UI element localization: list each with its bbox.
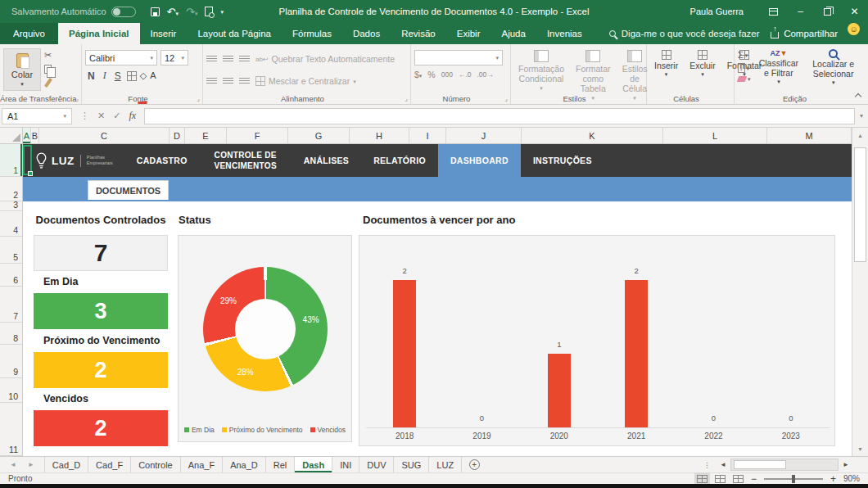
- row-header-7[interactable]: 7: [0, 287, 22, 323]
- conditional-formatting-button[interactable]: Formatação Condicional ▾: [514, 48, 568, 91]
- column-header-j[interactable]: J: [446, 128, 522, 143]
- page-break-view-icon[interactable]: [733, 475, 744, 483]
- column-header-b[interactable]: B: [31, 128, 39, 143]
- orientation-icon[interactable]: [239, 56, 250, 63]
- sheet-tab-ini[interactable]: INI: [332, 457, 359, 472]
- number-format-select[interactable]: ▾: [414, 50, 503, 66]
- cut-button[interactable]: ✂: [44, 50, 52, 61]
- column-header-d[interactable]: D: [170, 128, 185, 143]
- sheet-nav-right-icon[interactable]: ►: [28, 461, 34, 468]
- scrollbar-resize-dots-icon[interactable]: ⋮: [703, 461, 711, 469]
- vertical-scrollbar[interactable]: ▲ ▼: [852, 128, 868, 456]
- fill-button[interactable]: ↓▾: [738, 63, 751, 73]
- ribbon-tab-invenias[interactable]: Invenias: [536, 23, 593, 44]
- ribbon-tab-arquivo[interactable]: Arquivo: [0, 23, 58, 44]
- underline-button[interactable]: S: [112, 70, 124, 82]
- sheet-tab-cad-d[interactable]: Cad_D: [44, 457, 88, 472]
- insert-cells-button[interactable]: Inserir ▾: [650, 48, 682, 77]
- name-box[interactable]: A1 ▾: [2, 108, 72, 124]
- sheet-nav-left-icon[interactable]: ◄: [10, 461, 16, 468]
- vertical-scrollbar-thumb[interactable]: [854, 147, 866, 262]
- row-header-6[interactable]: 6: [0, 264, 22, 287]
- delete-cells-button[interactable]: Excluir ▾: [685, 48, 720, 77]
- autosum-button[interactable]: Σ▾: [738, 50, 751, 60]
- format-painter-button[interactable]: [44, 78, 52, 88]
- column-header-m[interactable]: M: [767, 128, 852, 143]
- subnav-tab-documentos[interactable]: DOCUMENTOS: [88, 180, 169, 200]
- sheet-tab-ana-f[interactable]: Ana_F: [181, 457, 223, 472]
- scroll-up-icon[interactable]: ▲: [852, 128, 868, 142]
- decrease-decimal-button[interactable]: .00→: [477, 70, 493, 79]
- undo-button[interactable]: ↶▾: [167, 6, 179, 18]
- user-name[interactable]: Paula Guerra: [690, 7, 744, 16]
- font-size-select[interactable]: 12▾: [160, 50, 188, 66]
- font-name-select[interactable]: Calibri▾: [85, 50, 157, 66]
- column-header-l[interactable]: L: [663, 128, 767, 143]
- row-header-8[interactable]: 8: [0, 323, 22, 345]
- add-sheet-button[interactable]: +: [462, 457, 486, 472]
- print-preview-icon[interactable]: [205, 7, 213, 16]
- ribbon-tab-pagina-inicial[interactable]: Página Inicial: [58, 23, 140, 44]
- borders-button[interactable]: [127, 71, 137, 81]
- horizontal-scrollbar-thumb[interactable]: [734, 460, 786, 469]
- sheet-tab-rel[interactable]: Rel: [266, 457, 296, 472]
- sheet-tab-controle[interactable]: Controle: [131, 457, 181, 472]
- autosave-toggle-pill[interactable]: [111, 7, 136, 17]
- font-color-button[interactable]: A: [150, 71, 156, 80]
- format-as-table-button[interactable]: Formatar como Tabela ▾: [572, 48, 615, 101]
- column-header-c[interactable]: C: [39, 128, 170, 143]
- alignment-dialog-launcher[interactable]: ⌟: [405, 95, 408, 102]
- wrap-text-button[interactable]: ab↩ Quebrar Texto Automaticamente: [255, 54, 395, 64]
- redo-button[interactable]: ↷▾: [186, 6, 197, 18]
- fill-color-button[interactable]: ◇: [140, 71, 147, 80]
- ribbon-tab-dados[interactable]: Dados: [342, 23, 391, 44]
- ribbon-tab-formulas[interactable]: Fórmulas: [282, 23, 342, 44]
- align-left-icon[interactable]: [206, 78, 217, 85]
- scroll-right-icon[interactable]: ►: [840, 461, 852, 468]
- sheet-tab-luz[interactable]: LUZ: [429, 457, 462, 472]
- save-icon[interactable]: [151, 7, 160, 16]
- copy-button[interactable]: [44, 65, 52, 74]
- page-layout-view-icon[interactable]: [715, 475, 726, 483]
- nav-item-relatorio[interactable]: RELATÓRIO: [361, 144, 438, 177]
- merge-center-button[interactable]: Mesclar e Centralizar ▾: [255, 76, 356, 86]
- row-header-1[interactable]: 1: [0, 144, 22, 177]
- nav-item-dashboard[interactable]: DASHBOARD: [438, 144, 521, 177]
- clipboard-dialog-launcher[interactable]: ⌟: [75, 95, 79, 102]
- sheet-tab-duv[interactable]: DUV: [359, 457, 394, 472]
- formula-bar-expand-icon[interactable]: ▾: [855, 112, 868, 120]
- row-header-2[interactable]: 2: [0, 177, 22, 201]
- italic-button[interactable]: I: [101, 70, 109, 82]
- font-dialog-launcher[interactable]: ⌟: [197, 95, 200, 102]
- formula-cancel-button[interactable]: ✕: [97, 111, 105, 121]
- autosave-toggle[interactable]: Salvamento Automático: [11, 7, 136, 17]
- horizontal-scrollbar-track[interactable]: [730, 459, 839, 471]
- horizontal-scrollbar[interactable]: ⋮ ◄ ►: [703, 457, 868, 472]
- insert-function-button[interactable]: fx: [129, 110, 136, 122]
- share-button[interactable]: Compartilhar: [762, 23, 846, 44]
- nav-item-analises[interactable]: ANÁLISES: [292, 144, 362, 177]
- tellme-search[interactable]: Diga-me o que você deseja fazer: [609, 23, 760, 44]
- row-header-11[interactable]: 11: [0, 403, 22, 456]
- sheet-tab-dash[interactable]: Dash: [295, 457, 332, 472]
- number-dialog-launcher[interactable]: ⌟: [504, 95, 508, 102]
- ribbon-tab-inserir[interactable]: Inserir: [140, 23, 188, 44]
- percent-style-button[interactable]: %: [427, 70, 435, 79]
- row-header-5[interactable]: 5: [0, 237, 22, 264]
- zoom-slider-thumb[interactable]: [792, 475, 795, 483]
- quick-access-caret-icon[interactable]: ▾: [220, 9, 224, 15]
- restore-button[interactable]: [814, 0, 841, 23]
- nav-item-instrucoes[interactable]: INSTRUÇÕES: [521, 144, 604, 177]
- accounting-format-button[interactable]: $▾: [414, 70, 422, 79]
- close-button[interactable]: ✕: [841, 0, 868, 23]
- column-header-e[interactable]: E: [185, 128, 227, 143]
- bold-button[interactable]: N: [85, 70, 97, 82]
- sheet-tab-ana-d[interactable]: Ana_D: [223, 457, 266, 472]
- row-header-10[interactable]: 10: [0, 378, 22, 403]
- ribbon-tab-layout-da-pagina[interactable]: Layout da Página: [187, 23, 282, 44]
- row-header-9[interactable]: 9: [0, 345, 22, 378]
- formula-enter-button[interactable]: ✓: [113, 111, 120, 121]
- ribbon-tab-ajuda[interactable]: Ajuda: [491, 23, 536, 44]
- comma-style-button[interactable]: 000: [441, 70, 453, 79]
- zoom-out-button[interactable]: −: [751, 474, 757, 484]
